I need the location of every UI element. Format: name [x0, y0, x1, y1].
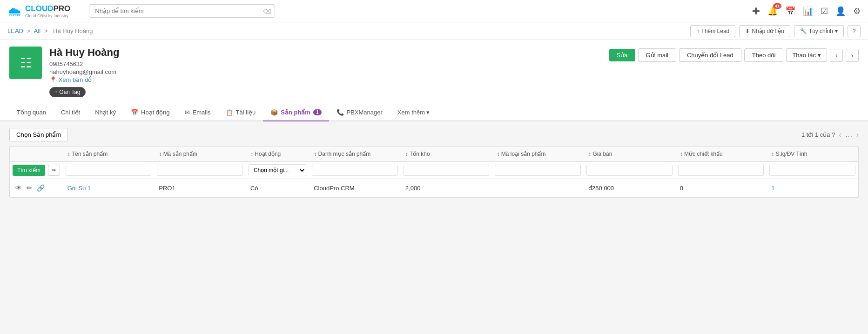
row-gia-ban-cell: ₫250,000 — [584, 179, 675, 197]
filter-chiet-khau-cell — [675, 162, 767, 179]
customize-button[interactable]: 🔧 Tùy chỉnh ▾ — [794, 25, 844, 37]
row-ma-loai-cell — [492, 179, 584, 197]
tab-hoat-dong[interactable]: 📅 Hoạt động — [123, 104, 177, 121]
breadcrumb-all[interactable]: All — [34, 27, 40, 34]
filter-ten-san-pham-cell — [63, 162, 155, 179]
add-icon[interactable]: ✚ — [752, 6, 760, 17]
filter-ma-san-pham-cell — [154, 162, 246, 179]
tab-san-pham-badge: 1 — [313, 109, 322, 115]
import-button[interactable]: ⬇ Nhập dữ liệu — [739, 25, 790, 37]
col-danh-muc-label: Danh mục sản phẩm — [318, 151, 371, 157]
tab-emails[interactable]: ✉ Emails — [177, 104, 218, 121]
filter-ten-san-pham-input[interactable] — [66, 165, 152, 176]
filter-gia-ban-cell — [584, 162, 675, 179]
filter-search-button[interactable]: Tìm kiếm — [13, 165, 45, 176]
contact-email: hahuyhoang@gmail.com — [49, 68, 602, 75]
toolbar-row: Chọn Sản phẩm 1 tới 1 của ? ‹ … › — [9, 128, 859, 141]
col-chiet-khau-header: ↕ Mức chiết khấu — [675, 147, 767, 162]
tab-san-pham[interactable]: 📦 Sản phẩm 1 — [263, 104, 329, 121]
chart-icon[interactable]: 📊 — [803, 6, 813, 16]
pagination-text: 1 tới 1 của ? — [801, 131, 835, 138]
content-area: Chọn Sản phẩm 1 tới 1 của ? ‹ … › ↕ Tên … — [0, 121, 868, 261]
actions-label: Thao tác — [792, 52, 816, 59]
choose-product-button[interactable]: Chọn Sản phẩm — [9, 128, 68, 141]
breadcrumb-lead[interactable]: LEAD — [7, 27, 23, 34]
user-icon[interactable]: 👤 — [835, 6, 846, 16]
row-link-button[interactable]: 🔗 — [36, 183, 46, 193]
prev-button[interactable]: ‹ — [830, 49, 843, 62]
contact-map-link[interactable]: 📍 Xem bản đồ — [49, 76, 602, 83]
import-label: Nhập dữ liệu — [752, 28, 784, 34]
row-ten-san-pham-cell: Gói Su 1 — [63, 179, 155, 197]
edit-button[interactable]: Sửa — [609, 49, 635, 61]
more-options-button[interactable]: … — [845, 131, 853, 139]
row-slg-cell: 1 — [767, 179, 858, 197]
wrench-icon: 🔧 — [800, 28, 807, 34]
tab-chi-tiet[interactable]: Chi tiết — [54, 104, 87, 121]
chevron-down-icon: ▾ — [835, 28, 838, 34]
contact-phone: 0985745632 — [49, 60, 602, 67]
col-actions-header — [10, 147, 63, 162]
col-ton-kho-label: Tồn kho — [410, 151, 430, 157]
svg-text:CLOUD: CLOUD — [9, 13, 20, 17]
col-ma-loai-header: ↕ Mã loại sản phẩm — [492, 147, 584, 162]
add-lead-button[interactable]: + Thêm Lead — [690, 25, 735, 37]
breadcrumb: LEAD > All > Hà Huy Hoàng — [7, 27, 690, 34]
tab-pbx[interactable]: 📞 PBXManager — [329, 104, 390, 121]
row-view-button[interactable]: 👁 — [14, 183, 23, 193]
next-page-button[interactable]: › — [856, 131, 859, 139]
tasks-icon[interactable]: ☑ — [821, 6, 828, 16]
settings-icon[interactable]: ⚙ — [853, 6, 861, 16]
search-input[interactable] — [89, 4, 275, 18]
next-button[interactable]: › — [846, 49, 859, 62]
tab-tai-lieu[interactable]: 📋 Tài liệu — [218, 104, 263, 121]
contact-card: ☷ Hà Huy Hoàng 0985745632 hahuyhoang@gma… — [0, 40, 868, 104]
tab-nhat-ky[interactable]: Nhật ký — [87, 104, 123, 121]
logo-cloud: CLOUD — [25, 4, 53, 13]
col-slg-label: S.lg/ĐV Tính — [776, 151, 807, 157]
tabs-bar: Tổng quan Chi tiết Nhật ký 📅 Hoạt động ✉… — [0, 104, 868, 121]
help-button[interactable]: ? — [848, 25, 861, 37]
filter-slg-input[interactable] — [769, 165, 855, 176]
row-ton-kho-value: 2,000 — [405, 185, 421, 192]
tab-chi-tiet-label: Chi tiết — [61, 109, 80, 116]
header-right: ✚ 🔔 41 📅 📊 ☑ 👤 ⚙ — [752, 6, 861, 17]
tab-tong-quan-label: Tổng quan — [17, 109, 46, 116]
add-tag-button[interactable]: + Gán Tag — [49, 87, 86, 97]
tab-xem-them[interactable]: Xem thêm ▾ — [390, 104, 437, 121]
col-hoat-dong-label: Hoạt động — [255, 151, 281, 157]
filter-ma-san-pham-input[interactable] — [157, 165, 243, 176]
filter-edit-button[interactable]: ✏ — [48, 165, 60, 176]
calendar-icon[interactable]: 📅 — [785, 6, 795, 16]
prev-page-button[interactable]: ‹ — [839, 131, 841, 139]
breadcrumb-current: Hà Huy Hoàng — [53, 27, 93, 34]
row-slg-value[interactable]: 1 — [771, 185, 774, 192]
customize-label: Tùy chỉnh — [809, 28, 833, 34]
row-edit-button[interactable]: ✏ — [26, 183, 33, 193]
product-tab-icon: 📦 — [270, 109, 278, 116]
breadcrumb-actions: + Thêm Lead ⬇ Nhập dữ liệu 🔧 Tùy chỉnh ▾… — [690, 25, 861, 37]
filter-actions-cell: Tìm kiếm ✏ — [10, 162, 63, 179]
filter-ma-loai-input[interactable] — [495, 165, 581, 176]
filter-hoat-dong-select[interactable]: Chọn một gi... Có Không — [249, 164, 306, 176]
avatar: ☷ — [9, 47, 42, 79]
send-mail-button[interactable]: Gửi mail — [638, 48, 676, 62]
filter-ton-kho-cell — [401, 162, 492, 179]
row-ten-san-pham-value[interactable]: Gói Su 1 — [67, 185, 91, 192]
row-ma-san-pham-cell: PRO1 — [154, 179, 246, 197]
tab-tong-quan[interactable]: Tổng quan — [9, 104, 54, 121]
convert-lead-button[interactable]: Chuyển đổi Lead — [679, 48, 741, 62]
filter-gia-ban-input[interactable] — [586, 165, 673, 176]
follow-button[interactable]: Theo dõi — [744, 48, 784, 62]
filter-ton-kho-input[interactable] — [404, 165, 490, 176]
contact-info: Hà Huy Hoàng 0985745632 hahuyhoang@gmail… — [49, 47, 602, 97]
filter-chiet-khau-input[interactable] — [678, 165, 764, 176]
actions-chevron-icon: ▾ — [818, 52, 821, 59]
row-gia-ban-value: ₫250,000 — [588, 185, 614, 192]
actions-button[interactable]: Thao tác ▾ — [786, 48, 827, 62]
filter-danh-muc-input[interactable] — [312, 165, 398, 176]
filter-slg-cell — [767, 162, 858, 179]
notification-icon[interactable]: 🔔 41 — [767, 6, 778, 16]
notification-badge: 41 — [773, 3, 781, 9]
col-ton-kho-header: ↕ Tồn kho — [401, 147, 492, 162]
